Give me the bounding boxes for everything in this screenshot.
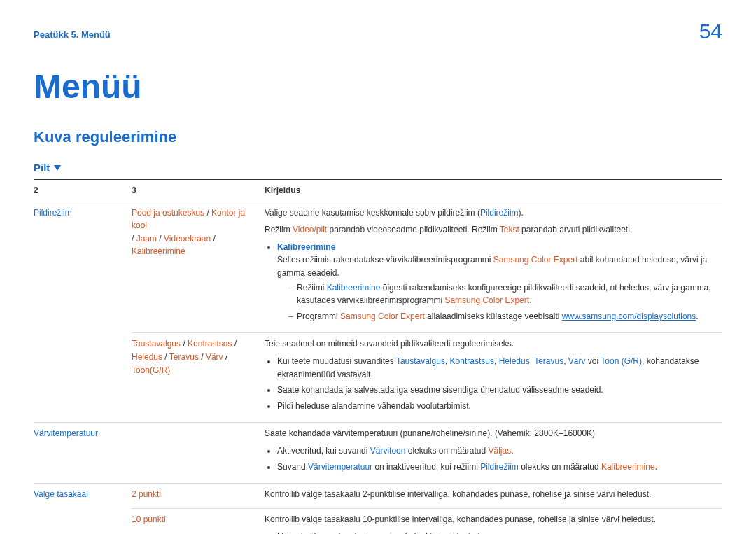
text: Valige seadme kasutamise keskkonnale sob… bbox=[265, 208, 480, 218]
sep: / bbox=[157, 234, 164, 244]
cell-pildireziim: Pildirežiim bbox=[34, 202, 132, 423]
cell-desc: Kontrollib valge tasakaalu 2-punktilise … bbox=[265, 484, 722, 509]
sep: / bbox=[132, 234, 136, 244]
term: Jaam bbox=[136, 234, 157, 244]
term: Kontrastsus bbox=[450, 356, 494, 366]
text: parandab arvuti pildikvaliteeti. bbox=[519, 225, 632, 234]
text: allalaadimiseks külastage veebisaiti bbox=[425, 311, 562, 321]
sep: / bbox=[199, 352, 206, 362]
term: Pildirežiim bbox=[480, 462, 519, 472]
term: Samsung Color Expert bbox=[444, 295, 529, 305]
term: Samsung Color Expert bbox=[340, 311, 425, 321]
cell-adjust-terms: Taustavalgus / Kontrastsus / Heledus / T… bbox=[132, 333, 265, 423]
subsection-label: Pilt bbox=[34, 162, 50, 174]
term: Videoekraan bbox=[164, 234, 211, 244]
text: . bbox=[511, 446, 513, 456]
text: , bbox=[494, 356, 499, 366]
text: Kui teete muudatusi suvandites bbox=[277, 356, 396, 366]
text: Suvand bbox=[277, 462, 308, 472]
cell-desc: Kontrollib valge tasakaalu 10-punktilise… bbox=[265, 508, 722, 534]
text: Selles režiimis rakendatakse värvikalibr… bbox=[277, 255, 493, 265]
term: Samsung Color Expert bbox=[493, 255, 578, 265]
list-item: Kui teete muudatusi suvandites Taustaval… bbox=[277, 355, 718, 381]
list-item: Kalibreerimine Selles režiimis rakendata… bbox=[277, 241, 718, 323]
th-desc: Kirjeldus bbox=[265, 180, 722, 202]
table-row: Taustavalgus / Kontrastsus / Heledus / T… bbox=[34, 333, 722, 423]
cell-10punkti: 10 punkti bbox=[132, 508, 265, 534]
sep: / bbox=[232, 339, 237, 349]
term: Väljas bbox=[489, 446, 512, 456]
term: Pildirežiim bbox=[480, 208, 519, 218]
text: olekuks on määratud bbox=[405, 446, 488, 456]
sep: / bbox=[162, 352, 169, 362]
cell-desc: Valige seadme kasutamise keskkonnale sob… bbox=[265, 202, 722, 333]
subsection-pilt: Pilt bbox=[34, 162, 61, 174]
sep: / bbox=[181, 339, 188, 349]
text: , bbox=[445, 356, 450, 366]
text: Aktiveeritud, kui suvandi bbox=[277, 446, 370, 456]
list-item: Saate kohandada ja salvestada iga seadme… bbox=[277, 384, 718, 397]
table-row: Värvitemperatuur Saate kohandada värvite… bbox=[34, 423, 722, 484]
list-item: Pildi heleduse alandamine vähendab voolu… bbox=[277, 400, 718, 413]
text: ). bbox=[519, 208, 524, 218]
sep: / bbox=[223, 352, 228, 362]
term: Värv bbox=[568, 356, 586, 366]
cell-varvitemp: Värvitemperatuur bbox=[34, 423, 132, 484]
sep: / bbox=[211, 234, 216, 244]
th-col3: 3 bbox=[132, 180, 265, 202]
cell-empty bbox=[132, 423, 265, 484]
term: Teravus bbox=[534, 356, 564, 366]
text: parandab videoseadme pildikvaliteeti. Re… bbox=[327, 225, 500, 234]
term: Kalibreerimine bbox=[277, 242, 335, 252]
page-header: Peatükk 5. Menüü 54 bbox=[34, 20, 722, 43]
text: on inaktiveeritud, kui režiimi bbox=[372, 462, 480, 472]
triangle-down-icon bbox=[54, 165, 61, 171]
term: Kalibreerimine bbox=[601, 462, 655, 472]
text: Programmi bbox=[297, 311, 340, 321]
term: Tekst bbox=[500, 225, 519, 234]
list-item: Suvand Värvitemperatuur on inaktiveeritu… bbox=[277, 461, 718, 474]
section-title: Kuva reguleerimine bbox=[34, 128, 722, 146]
list-item: Aktiveeritud, kui suvandi Värvitoon olek… bbox=[277, 444, 718, 458]
settings-table: 2 3 Kirjeldus Pildirežiim Pood ja ostuke… bbox=[34, 179, 722, 534]
term: Kalibreerimine bbox=[327, 283, 381, 293]
term: Taustavalgus bbox=[132, 339, 181, 349]
text: Režiim bbox=[265, 225, 293, 234]
th-col2: 2 bbox=[34, 180, 132, 202]
term: Toon (G/R) bbox=[601, 356, 642, 366]
term: Kalibreerimine bbox=[132, 246, 186, 256]
term: Video/pilt bbox=[293, 225, 327, 234]
term: Toon(G/R) bbox=[132, 365, 170, 375]
sep: / bbox=[204, 208, 211, 218]
text: olekuks on määratud bbox=[519, 462, 601, 472]
page-number: 54 bbox=[699, 20, 722, 43]
list-item: Režiimi Kalibreerimine õigesti rakendami… bbox=[288, 281, 718, 307]
list-item: Mõned välisseadmed ei pruugi seda funkts… bbox=[277, 530, 718, 534]
term: Värvitoon bbox=[370, 446, 406, 456]
term: Värvitemperatuur bbox=[308, 462, 372, 472]
chapter-label: Peatükk 5. Menüü bbox=[34, 29, 111, 40]
page-title: Menüü bbox=[34, 67, 722, 106]
cell-valgetasakaal: Valge tasakaal bbox=[34, 484, 132, 534]
term: Pood ja ostukeskus bbox=[132, 208, 204, 218]
samsung-link[interactable]: www.samsung.com/displaysolutions bbox=[562, 311, 696, 321]
list-item: Programmi Samsung Color Expert allalaadi… bbox=[288, 310, 718, 323]
term: Kontrastsus bbox=[188, 339, 232, 349]
text: . bbox=[529, 295, 531, 305]
cell-2punkti: 2 punkti bbox=[132, 484, 265, 509]
text: , bbox=[564, 356, 568, 366]
text: . bbox=[696, 311, 698, 321]
text: Teie seadmel on mitmeid suvandeid pildik… bbox=[265, 337, 718, 351]
text: Režiimi bbox=[297, 283, 327, 293]
table-row: Pildirežiim Pood ja ostukeskus / Kontor … bbox=[34, 202, 722, 333]
text: Kontrollib valge tasakaalu 10-punktilise… bbox=[265, 513, 718, 526]
cell-desc: Teie seadmel on mitmeid suvandeid pildik… bbox=[265, 333, 722, 423]
text: või bbox=[586, 356, 601, 366]
text: . bbox=[655, 462, 657, 472]
cell-desc: Saate kohandada värvitemperatuuri (punan… bbox=[265, 423, 722, 484]
table-row: Valge tasakaal 2 punkti Kontrollib valge… bbox=[34, 484, 722, 509]
table-row: 10 punkti Kontrollib valge tasakaalu 10-… bbox=[34, 508, 722, 534]
term: Värv bbox=[206, 352, 223, 362]
term: Teravus bbox=[169, 352, 199, 362]
cell-modes: Pood ja ostukeskus / Kontor ja kool / Ja… bbox=[132, 202, 265, 333]
